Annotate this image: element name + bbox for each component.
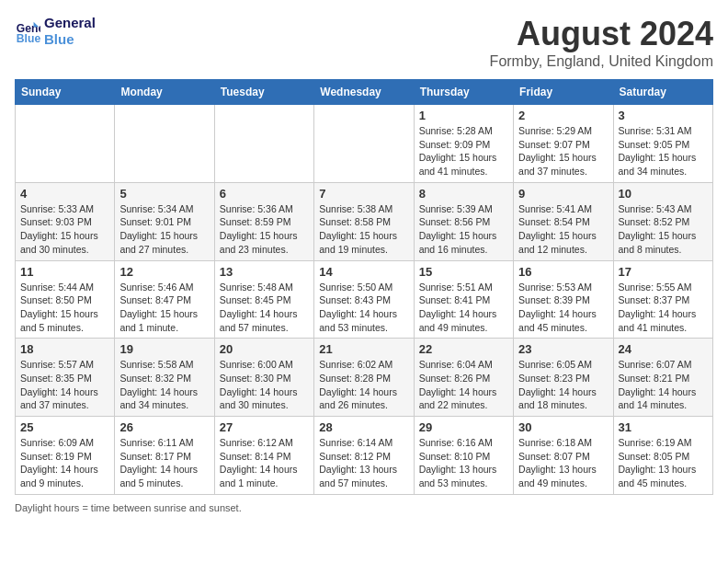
calendar-cell: 28Sunrise: 6:14 AMSunset: 8:12 PMDayligh…: [314, 417, 414, 495]
day-info: Sunrise: 5:39 AMSunset: 8:56 PMDaylight:…: [419, 202, 508, 257]
calendar-cell: 17Sunrise: 5:55 AMSunset: 8:37 PMDayligh…: [613, 260, 712, 339]
day-number: 22: [419, 342, 508, 356]
calendar-week-row: 25Sunrise: 6:09 AMSunset: 8:19 PMDayligh…: [16, 417, 713, 495]
logo: General Blue General Blue: [15, 15, 96, 48]
calendar-cell: 6Sunrise: 5:36 AMSunset: 8:59 PMDaylight…: [214, 182, 313, 260]
day-number: 26: [119, 420, 209, 434]
day-number: 23: [518, 342, 608, 356]
weekday-header-cell: Saturday: [613, 80, 712, 105]
calendar-cell: 2Sunrise: 5:29 AMSunset: 9:07 PMDaylight…: [514, 105, 613, 183]
calendar-cell: 10Sunrise: 5:43 AMSunset: 8:52 PMDayligh…: [613, 182, 712, 260]
day-number: 30: [518, 420, 608, 434]
day-info: Sunrise: 6:19 AMSunset: 8:05 PMDaylight:…: [619, 436, 708, 490]
calendar-cell: 18Sunrise: 5:57 AMSunset: 8:35 PMDayligh…: [16, 339, 115, 417]
logo-text-general: General: [44, 15, 96, 31]
day-info: Sunrise: 6:12 AMSunset: 8:14 PMDaylight:…: [220, 436, 309, 490]
calendar-body: 1Sunrise: 5:28 AMSunset: 9:09 PMDaylight…: [16, 105, 713, 495]
day-number: 16: [518, 265, 608, 279]
calendar-cell: 9Sunrise: 5:41 AMSunset: 8:54 PMDaylight…: [514, 182, 613, 260]
day-info: Sunrise: 5:44 AMSunset: 8:50 PMDaylight:…: [20, 281, 109, 335]
day-info: Sunrise: 6:07 AMSunset: 8:21 PMDaylight:…: [619, 358, 708, 412]
weekday-header-cell: Thursday: [414, 80, 513, 105]
day-number: 9: [518, 187, 608, 201]
calendar-cell: 23Sunrise: 6:05 AMSunset: 8:23 PMDayligh…: [514, 339, 613, 417]
day-number: 31: [619, 420, 708, 434]
day-info: Sunrise: 5:50 AMSunset: 8:43 PMDaylight:…: [319, 281, 408, 335]
day-number: 4: [20, 187, 109, 201]
day-info: Sunrise: 5:43 AMSunset: 8:52 PMDaylight:…: [619, 202, 708, 257]
day-number: 25: [20, 420, 109, 434]
day-info: Sunrise: 6:04 AMSunset: 8:26 PMDaylight:…: [419, 358, 508, 412]
calendar-cell: 8Sunrise: 5:39 AMSunset: 8:56 PMDaylight…: [414, 182, 513, 260]
day-number: 7: [319, 187, 408, 201]
logo-icon: General Blue: [15, 18, 40, 44]
day-number: 21: [319, 342, 408, 356]
calendar-cell: 12Sunrise: 5:46 AMSunset: 8:47 PMDayligh…: [115, 260, 214, 339]
day-number: 20: [220, 342, 309, 356]
day-info: Sunrise: 5:53 AMSunset: 8:39 PMDaylight:…: [518, 281, 608, 335]
calendar-week-row: 11Sunrise: 5:44 AMSunset: 8:50 PMDayligh…: [16, 260, 713, 339]
calendar-cell: 26Sunrise: 6:11 AMSunset: 8:17 PMDayligh…: [115, 417, 214, 495]
day-info: Sunrise: 6:09 AMSunset: 8:19 PMDaylight:…: [20, 436, 109, 490]
weekday-header-cell: Friday: [514, 80, 613, 105]
day-number: 28: [319, 420, 408, 434]
calendar-cell: 4Sunrise: 5:33 AMSunset: 9:03 PMDaylight…: [16, 182, 115, 260]
calendar-cell: 3Sunrise: 5:31 AMSunset: 9:05 PMDaylight…: [613, 105, 712, 183]
calendar-cell: 16Sunrise: 5:53 AMSunset: 8:39 PMDayligh…: [514, 260, 613, 339]
svg-text:Blue: Blue: [17, 32, 40, 44]
calendar-cell: 19Sunrise: 5:58 AMSunset: 8:32 PMDayligh…: [115, 339, 214, 417]
calendar-cell: 30Sunrise: 6:18 AMSunset: 8:07 PMDayligh…: [514, 417, 613, 495]
calendar-cell: 1Sunrise: 5:28 AMSunset: 9:09 PMDaylight…: [414, 105, 513, 183]
calendar-cell: 21Sunrise: 6:02 AMSunset: 8:28 PMDayligh…: [314, 339, 414, 417]
day-info: Sunrise: 5:57 AMSunset: 8:35 PMDaylight:…: [20, 358, 109, 412]
day-info: Sunrise: 5:46 AMSunset: 8:47 PMDaylight:…: [119, 281, 209, 335]
calendar-cell: 22Sunrise: 6:04 AMSunset: 8:26 PMDayligh…: [414, 339, 513, 417]
calendar-cell: [16, 105, 115, 183]
day-number: 29: [419, 420, 508, 434]
day-number: 2: [518, 109, 608, 122]
day-number: 27: [220, 420, 309, 434]
day-info: Sunrise: 5:58 AMSunset: 8:32 PMDaylight:…: [119, 358, 209, 412]
calendar-cell: 20Sunrise: 6:00 AMSunset: 8:30 PMDayligh…: [214, 339, 313, 417]
calendar-cell: 13Sunrise: 5:48 AMSunset: 8:45 PMDayligh…: [214, 260, 313, 339]
day-number: 10: [619, 187, 708, 201]
day-info: Sunrise: 5:55 AMSunset: 8:37 PMDaylight:…: [619, 281, 708, 335]
page-header: General Blue General Blue August 2024 Fo…: [15, 15, 713, 70]
calendar-cell: 25Sunrise: 6:09 AMSunset: 8:19 PMDayligh…: [16, 417, 115, 495]
calendar-cell: 11Sunrise: 5:44 AMSunset: 8:50 PMDayligh…: [16, 260, 115, 339]
day-info: Sunrise: 5:29 AMSunset: 9:07 PMDaylight:…: [518, 124, 608, 178]
calendar-cell: 24Sunrise: 6:07 AMSunset: 8:21 PMDayligh…: [613, 339, 712, 417]
location-title: Formby, England, United Kingdom: [490, 53, 713, 70]
calendar-week-row: 18Sunrise: 5:57 AMSunset: 8:35 PMDayligh…: [16, 339, 713, 417]
day-number: 14: [319, 265, 408, 279]
day-number: 17: [619, 265, 708, 279]
weekday-header-row: SundayMondayTuesdayWednesdayThursdayFrid…: [16, 80, 713, 105]
weekday-header-cell: Wednesday: [314, 80, 414, 105]
day-info: Sunrise: 6:05 AMSunset: 8:23 PMDaylight:…: [518, 358, 608, 412]
day-number: 1: [419, 109, 508, 122]
day-info: Sunrise: 6:14 AMSunset: 8:12 PMDaylight:…: [319, 436, 408, 490]
calendar-cell: [214, 105, 313, 183]
weekday-header-cell: Monday: [115, 80, 214, 105]
weekday-header-cell: Sunday: [16, 80, 115, 105]
month-title: August 2024: [490, 15, 713, 53]
day-info: Sunrise: 6:00 AMSunset: 8:30 PMDaylight:…: [220, 358, 309, 412]
day-info: Sunrise: 5:48 AMSunset: 8:45 PMDaylight:…: [220, 281, 309, 335]
day-info: Sunrise: 6:02 AMSunset: 8:28 PMDaylight:…: [319, 358, 408, 412]
day-number: 18: [20, 342, 109, 356]
day-info: Sunrise: 6:18 AMSunset: 8:07 PMDaylight:…: [518, 436, 608, 490]
calendar-table: SundayMondayTuesdayWednesdayThursdayFrid…: [15, 79, 713, 495]
calendar-cell: 7Sunrise: 5:38 AMSunset: 8:58 PMDaylight…: [314, 182, 414, 260]
day-number: 24: [619, 342, 708, 356]
day-info: Sunrise: 6:16 AMSunset: 8:10 PMDaylight:…: [419, 436, 508, 490]
day-info: Sunrise: 5:28 AMSunset: 9:09 PMDaylight:…: [419, 124, 508, 178]
day-info: Sunrise: 5:38 AMSunset: 8:58 PMDaylight:…: [319, 202, 408, 257]
calendar-cell: [314, 105, 414, 183]
day-number: 11: [20, 265, 109, 279]
calendar-week-row: 1Sunrise: 5:28 AMSunset: 9:09 PMDaylight…: [16, 105, 713, 183]
day-info: Sunrise: 5:33 AMSunset: 9:03 PMDaylight:…: [20, 202, 109, 257]
calendar-week-row: 4Sunrise: 5:33 AMSunset: 9:03 PMDaylight…: [16, 182, 713, 260]
daylight-label: Daylight hours: [15, 502, 79, 513]
day-number: 3: [619, 109, 708, 122]
day-info: Sunrise: 5:31 AMSunset: 9:05 PMDaylight:…: [619, 124, 708, 178]
